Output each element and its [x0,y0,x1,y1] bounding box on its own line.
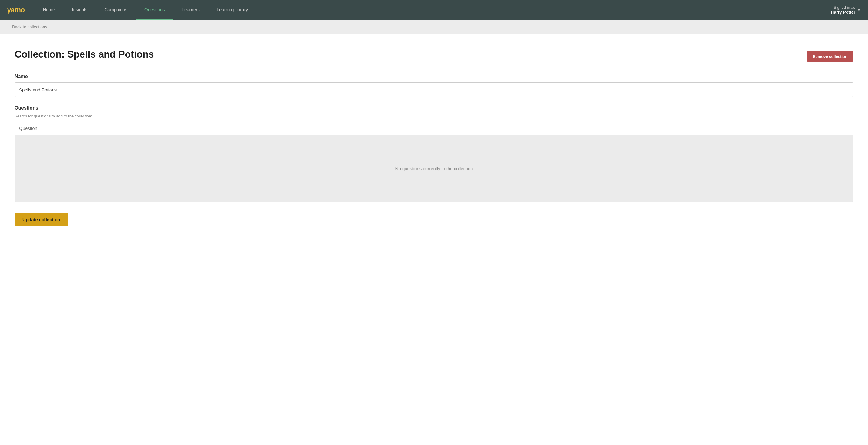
navbar: yarno Home Insights Campaigns Questions … [0,0,868,20]
page-header: Collection: Spells and Potions Remove co… [14,49,854,62]
nav-links: Home Insights Campaigns Questions Learne… [34,0,831,20]
back-to-collections-link[interactable]: Back to collections [12,25,47,29]
questions-label: Questions [14,105,854,111]
signed-in-as-label: Signed in as [834,5,856,10]
logo[interactable]: yarno [7,6,25,14]
question-search-input[interactable] [14,121,854,135]
nav-home[interactable]: Home [34,0,63,20]
nav-learning-library[interactable]: Learning library [208,0,256,20]
nav-questions[interactable]: Questions [136,0,174,20]
breadcrumb-bar: Back to collections [0,20,868,34]
nav-insights[interactable]: Insights [63,0,96,20]
user-name: Harry Potter [831,10,855,14]
questions-sublabel: Search for questions to add to the colle… [14,114,854,118]
nav-learners[interactable]: Learners [174,0,208,20]
nav-campaigns[interactable]: Campaigns [96,0,136,20]
questions-empty-area: No questions currently in the collection [14,135,854,202]
questions-section: Questions Search for questions to add to… [14,105,854,202]
logo-text: yarno [7,6,25,13]
page-title: Collection: Spells and Potions [14,49,154,60]
main-content: Collection: Spells and Potions Remove co… [0,34,868,445]
name-section: Name [14,74,854,97]
update-collection-button[interactable]: Update collection [14,213,68,227]
chevron-down-icon: ▼ [857,8,861,12]
remove-collection-button[interactable]: Remove collection [807,51,854,62]
empty-message: No questions currently in the collection [395,166,473,171]
name-label: Name [14,74,854,79]
name-input[interactable] [14,82,854,97]
user-menu[interactable]: Signed in as Harry Potter ▼ [831,5,861,14]
